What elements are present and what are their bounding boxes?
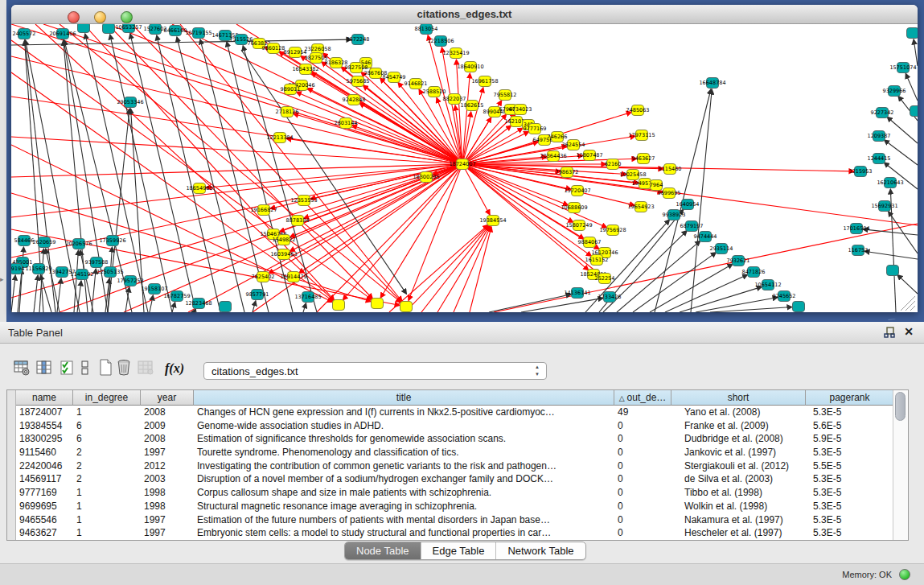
graph-edge[interactable] (489, 295, 571, 312)
graph-node[interactable] (793, 302, 805, 312)
table-row[interactable]: 1456911722003Disruption of a novel membe… (16, 472, 893, 486)
float-panel-icon[interactable] (884, 327, 895, 338)
graph-node[interactable] (907, 28, 918, 39)
graph-node[interactable] (220, 302, 232, 312)
graph-edge[interactable] (633, 253, 717, 312)
import-table-button-disabled[interactable] (137, 359, 154, 378)
column-header-pagerank[interactable]: pagerank (806, 390, 893, 406)
graph-edge[interactable] (46, 249, 60, 312)
table-row[interactable]: 1872400712008Changes of HCN gene express… (16, 406, 893, 419)
column-header-name[interactable]: name (16, 390, 73, 406)
graph-edge[interactable] (34, 275, 38, 312)
graph-node[interactable] (333, 300, 345, 311)
delete-column-button[interactable] (116, 359, 132, 378)
table-settings-button[interactable] (13, 359, 31, 378)
graph-node-label: 9938923 (663, 212, 686, 218)
graph-node[interactable] (103, 24, 115, 34)
column-header-out-degree[interactable]: △out_de… (614, 390, 671, 406)
graph-node-label: 19158107 (141, 286, 167, 292)
graph-node-label: 18654985 (186, 185, 212, 192)
graph-node[interactable] (400, 302, 413, 312)
graph-node-label: 15751074 (889, 64, 916, 71)
column-header-year[interactable]: year (141, 390, 194, 406)
table-row[interactable]: 2242004622012Investigating the contribut… (16, 459, 893, 473)
table-source-select[interactable]: citations_edges.txt ▲ ▼ (203, 362, 547, 380)
scrollbar-thumb[interactable] (895, 392, 906, 421)
graph-edge[interactable] (303, 303, 306, 312)
table-row[interactable]: 946362711997Embryonic stem cells: a mode… (16, 526, 893, 540)
column-header-title[interactable]: title (194, 390, 614, 406)
graph-edge[interactable] (437, 226, 490, 312)
graph-edge[interactable] (296, 92, 462, 164)
graph-edge[interactable] (696, 297, 778, 312)
graph-node-label: 15692931 (871, 203, 897, 209)
graph-edge[interactable] (380, 164, 462, 298)
graph-node[interactable] (372, 299, 384, 309)
graph-edge[interactable] (462, 126, 511, 164)
panel-collapse-icon[interactable]: ▸ (0, 275, 4, 283)
graph-node-label: 15720407 (564, 187, 590, 194)
select-column-button[interactable] (35, 359, 53, 378)
tab-node-table[interactable]: Node Table (345, 542, 421, 559)
graph-edge[interactable] (906, 73, 918, 101)
table-row[interactable]: 969969511998Structural magnetic resonanc… (16, 500, 893, 513)
graph-node-label: 989011 (281, 86, 301, 93)
graph-node-label: 19384554 (479, 217, 506, 224)
graph-edge[interactable] (863, 229, 918, 235)
graph-node-label: 16914479 (280, 274, 306, 280)
graph-edge[interactable] (897, 274, 918, 294)
graph-node-label: 8822037 (443, 96, 466, 102)
graph-edge[interactable] (11, 275, 15, 312)
tab-edge-table[interactable]: Edge Table (421, 542, 496, 559)
table-row[interactable]: 1938455462009Genome-wide association stu… (16, 419, 893, 433)
graph-node-label: 16648784 (699, 80, 725, 86)
graph-edge[interactable] (421, 225, 489, 312)
window-resize-grip[interactable] (906, 301, 915, 311)
citation-network-graph[interactable]: 2405572206914061065325715276028466160107… (11, 24, 918, 312)
table-vertical-scrollbar[interactable] (893, 390, 908, 540)
graph-edge[interactable] (914, 39, 918, 66)
graph-node-label: 18300295 (413, 174, 439, 180)
select-rows-button[interactable] (60, 359, 74, 378)
table-row[interactable]: 1830029562008Estimation of significance … (16, 432, 893, 446)
graph-node-label: 9227342 (871, 109, 894, 116)
graph-edge[interactable] (172, 303, 175, 312)
graph-node-label: 9245652 (773, 293, 796, 299)
window-resize-grip[interactable] (910, 306, 915, 311)
graph-edge[interactable] (11, 40, 372, 299)
row-height-button[interactable] (80, 359, 90, 378)
graph-node-label: 19166827 (250, 207, 277, 213)
graph-edge[interactable] (864, 251, 918, 259)
table-row[interactable]: 911546021997Tourette syndrome. Phenomeno… (16, 446, 893, 459)
graph-edge[interactable] (11, 24, 462, 164)
graph-edge[interactable] (887, 117, 918, 143)
graph-node[interactable] (78, 24, 90, 33)
column-header-in-degree[interactable]: in_degree (73, 390, 141, 406)
sort-ascending-icon: △ (619, 394, 625, 402)
new-column-button[interactable] (98, 359, 113, 378)
column-header-short[interactable]: short (671, 390, 806, 406)
graph-edge[interactable] (521, 298, 603, 312)
graph-node-label: 8572248 (347, 36, 370, 43)
tab-network-table[interactable]: Network Table (495, 542, 585, 559)
graph-edge[interactable] (11, 193, 371, 302)
window-titlebar[interactable]: citations_edges.txt (11, 5, 918, 24)
graph-node[interactable] (910, 106, 918, 117)
graph-node-label: 2935114 (710, 245, 733, 252)
close-panel-icon[interactable]: ✕ (904, 325, 914, 338)
graph-node[interactable] (887, 266, 899, 276)
table-row[interactable]: 946554611997Estimation of the future num… (16, 513, 893, 527)
graph-edge[interactable] (11, 137, 462, 164)
graph-edge[interactable] (405, 225, 488, 312)
network-canvas[interactable]: 2405572206914061065325715276028466160107… (11, 23, 918, 312)
graph-edge[interactable] (310, 164, 462, 199)
table-row[interactable]: 977716911998Corpus callosum shape and si… (16, 486, 893, 500)
table-panel-header: Table Panel ✕ (0, 322, 924, 344)
graph-node-label: 8466160 (164, 27, 187, 34)
graph-edge[interactable] (150, 295, 153, 312)
function-builder-button[interactable]: f(x) (161, 359, 188, 378)
graph-edge[interactable] (470, 227, 491, 312)
graph-edge[interactable] (77, 281, 81, 312)
graph-node-label: 116753 (848, 247, 869, 253)
combo-stepper-icon[interactable]: ▲ ▼ (535, 364, 540, 378)
